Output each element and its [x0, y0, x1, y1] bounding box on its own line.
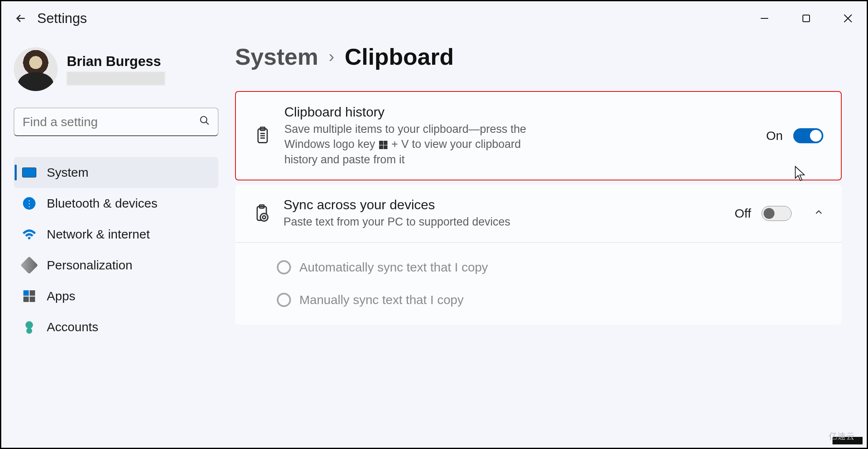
radio-icon	[277, 260, 291, 274]
sync-option-auto[interactable]: Automatically sync text that I copy	[277, 251, 824, 284]
svg-point-6	[28, 237, 30, 239]
breadcrumb: System › Clipboard	[235, 43, 842, 70]
card-description: Save multiple items to your clipboard—pr…	[284, 122, 552, 167]
sidebar-item-label: System	[47, 165, 89, 180]
svg-point-4	[200, 117, 207, 123]
apps-icon	[22, 289, 36, 303]
content-area: System › Clipboard Clipboard history Sav…	[235, 36, 867, 342]
sidebar-item-label: Apps	[47, 289, 75, 303]
sync-devices-toggle[interactable]	[762, 206, 792, 221]
sidebar-item-label: Bluetooth & devices	[47, 196, 157, 211]
bluetooth-icon: ⋮	[22, 196, 36, 211]
clipboard-sync-icon	[253, 204, 271, 223]
search-input[interactable]	[14, 108, 218, 136]
windows-logo-icon	[379, 141, 387, 149]
breadcrumb-parent[interactable]: System	[235, 43, 318, 70]
maximize-button[interactable]	[796, 8, 817, 29]
sidebar-item-network[interactable]: Network & internet	[14, 219, 218, 250]
radio-label: Automatically sync text that I copy	[299, 260, 488, 274]
sync-option-manual[interactable]: Manually sync text that I copy	[277, 284, 824, 316]
minimize-button[interactable]	[754, 8, 775, 29]
sidebar-item-label: Personalization	[47, 258, 132, 272]
card-title: Clipboard history	[284, 104, 754, 120]
user-profile[interactable]: Brian Burgess	[14, 47, 235, 91]
svg-line-5	[206, 122, 209, 125]
wifi-icon	[22, 227, 36, 241]
chevron-right-icon: ›	[329, 47, 334, 66]
sync-options-panel: Automatically sync text that I copy Manu…	[235, 242, 842, 325]
sidebar-item-apps[interactable]: Apps	[14, 281, 218, 312]
watermark: 亿速云	[829, 431, 855, 442]
sidebar: Brian Burgess System ⋮ Bluetooth & devic…	[1, 36, 235, 342]
toggle-state-label: Off	[735, 206, 751, 221]
radio-icon	[277, 293, 291, 307]
system-icon	[22, 165, 36, 180]
chevron-up-icon[interactable]	[813, 206, 824, 221]
card-title: Sync across your devices	[283, 197, 722, 213]
clipboard-list-icon	[253, 127, 272, 145]
svg-point-14	[260, 213, 268, 221]
user-email-redacted	[67, 72, 165, 85]
back-button[interactable]	[10, 8, 31, 29]
app-title: Settings	[37, 10, 87, 26]
person-icon	[22, 320, 36, 334]
svg-rect-1	[803, 15, 810, 22]
radio-label: Manually sync text that I copy	[299, 293, 464, 307]
sidebar-item-personalization[interactable]: Personalization	[14, 250, 218, 281]
search-icon	[199, 115, 210, 129]
clipboard-history-toggle[interactable]	[793, 128, 823, 143]
sidebar-item-bluetooth[interactable]: ⋮ Bluetooth & devices	[14, 188, 218, 219]
sync-devices-card: Sync across your devices Paste text from…	[235, 185, 842, 324]
sidebar-item-label: Accounts	[47, 320, 98, 334]
close-button[interactable]	[838, 8, 858, 29]
breadcrumb-current: Clipboard	[345, 43, 454, 70]
sidebar-item-system[interactable]: System	[14, 157, 218, 188]
toggle-state-label: On	[766, 129, 783, 143]
card-description: Paste text from your PC to supported dev…	[283, 214, 551, 229]
user-name: Brian Burgess	[67, 53, 165, 69]
brush-icon	[22, 258, 36, 272]
clipboard-history-card: Clipboard history Save multiple items to…	[235, 91, 842, 180]
sidebar-item-accounts[interactable]: Accounts	[14, 312, 218, 342]
sidebar-item-label: Network & internet	[47, 227, 150, 241]
avatar	[14, 47, 58, 91]
